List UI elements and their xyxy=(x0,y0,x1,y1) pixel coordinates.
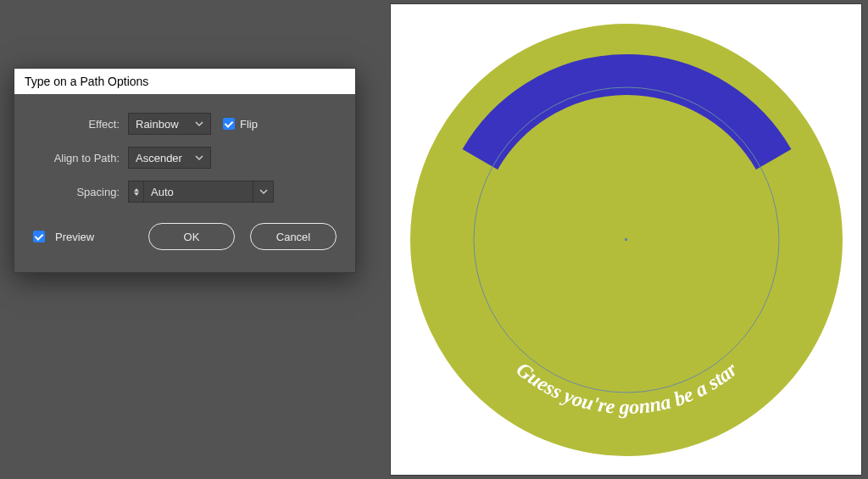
artboard: Guess you're gonna be a star xyxy=(390,3,862,476)
dialog-title: Type on a Path Options xyxy=(14,69,355,94)
ok-button[interactable]: OK xyxy=(148,223,235,250)
preview-label: Preview xyxy=(55,231,94,243)
stepper-down-icon xyxy=(134,192,139,196)
spacing-combo[interactable]: Auto xyxy=(143,181,274,203)
align-label: Align to Path: xyxy=(33,152,128,164)
center-anchor-icon xyxy=(625,238,627,241)
effect-select[interactable]: Rainbow xyxy=(128,113,211,135)
stepper-up-icon xyxy=(134,188,139,192)
spacing-value: Auto xyxy=(151,186,174,198)
chevron-down-icon xyxy=(195,120,203,128)
spacing-label: Spacing: xyxy=(33,186,128,198)
type-on-path-options-dialog: Type on a Path Options Effect: Rainbow F… xyxy=(14,68,356,273)
spacing-stepper[interactable] xyxy=(128,181,143,203)
effect-label: Effect: xyxy=(33,118,128,131)
chevron-down-icon xyxy=(195,153,203,162)
effect-value: Rainbow xyxy=(136,118,179,131)
chevron-down-icon xyxy=(253,181,273,202)
preview-checkbox[interactable]: Preview xyxy=(33,231,94,243)
checkbox-checked-icon xyxy=(223,118,235,130)
dialog-body: Effect: Rainbow Flip Align to Path: Asce… xyxy=(14,94,355,272)
flip-checkbox[interactable]: Flip xyxy=(223,118,258,131)
cancel-button[interactable]: Cancel xyxy=(250,223,337,250)
align-select[interactable]: Ascender xyxy=(128,147,211,169)
checkbox-checked-icon xyxy=(33,231,45,242)
flip-label: Flip xyxy=(240,118,258,131)
align-value: Ascender xyxy=(136,152,182,164)
